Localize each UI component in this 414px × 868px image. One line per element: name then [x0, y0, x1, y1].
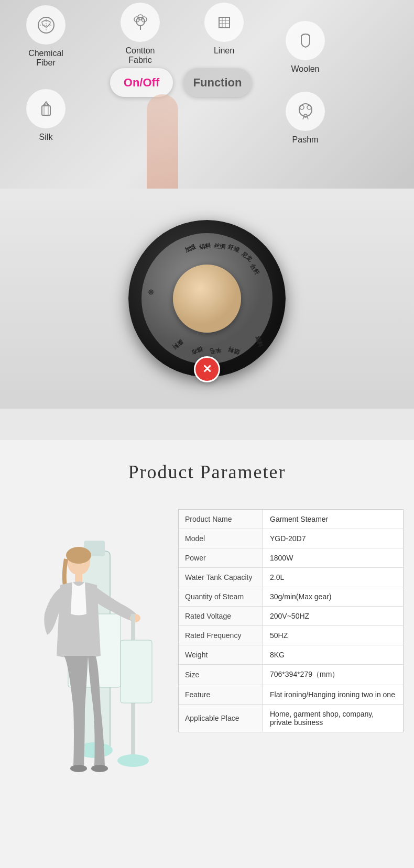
knob-label-8: 绒料	[227, 345, 241, 357]
param-val-product-name: Garment Steamer	[263, 510, 403, 529]
knob-ring: 加湿 绢料 丝绸 纤维 尼龙 合纤 涤料 绒料 羊毛 棉布 麻料 ※	[141, 233, 273, 364]
param-val-model: YGD-20D7	[263, 529, 403, 548]
fabric-item-cotton[interactable]: Contton Fabric	[121, 3, 160, 65]
svg-rect-8	[219, 17, 230, 28]
table-row: Weight 8KG	[179, 645, 403, 665]
fabric-item-silk[interactable]: Silk	[26, 89, 66, 142]
fabric-item-chemical[interactable]: Chemical Fiber	[26, 5, 66, 68]
param-key-water-tank: Water Tank Capacity	[179, 568, 263, 587]
product-section: Product Parameter	[0, 440, 414, 868]
knob-label-3: 丝绸	[213, 242, 225, 251]
table-row: Product Name Garment Steamer	[179, 510, 403, 529]
param-key-frequency: Rated Frequency	[179, 626, 263, 645]
param-val-power: 1800W	[263, 548, 403, 567]
param-key-voltage: Rated Voltage	[179, 607, 263, 625]
table-row: Power 1800W	[179, 548, 403, 568]
svg-point-35	[117, 754, 149, 767]
svg-point-28	[66, 547, 91, 564]
button-area: On/Off Function	[110, 68, 252, 97]
param-val-voltage: 200V~50HZ	[263, 607, 403, 625]
param-val-steam: 30g/min(Max gear)	[263, 587, 403, 606]
fabric-item-woolen[interactable]: Woolen	[286, 21, 325, 74]
table-row: Size 706*394*279（mm）	[179, 665, 403, 685]
param-val-size: 706*394*279（mm）	[263, 665, 403, 685]
error-x-symbol: ✕	[202, 364, 212, 375]
cotton-icon	[121, 3, 160, 42]
param-val-applicable: Home, garment shop, company, private bus…	[263, 705, 403, 732]
param-key-model: Model	[179, 529, 263, 548]
knob-label-7: 涤料	[254, 335, 264, 348]
knob-outer[interactable]: 加湿 绢料 丝绸 纤维 尼龙 合纤 涤料 绒料 羊毛 棉布 麻料 ※	[128, 220, 286, 377]
fabric-section: Chemical Fiber Contton Fabric	[0, 0, 414, 189]
knob-label-9: 羊毛	[209, 346, 221, 355]
knob-label-11: 麻料	[171, 338, 185, 351]
pashm-label: Pashm	[292, 135, 319, 145]
param-key-applicable: Applicable Place	[179, 705, 263, 732]
fabric-grid: Chemical Fiber Contton Fabric	[0, 0, 414, 189]
param-key-weight: Weight	[179, 645, 263, 664]
param-val-feature: Flat ironing/Hanging ironing two in one	[263, 685, 403, 704]
svg-point-3	[136, 17, 145, 26]
param-key-steam: Quantity of Steam	[179, 587, 263, 606]
linen-label: Linen	[214, 46, 234, 56]
svg-point-32	[91, 765, 108, 772]
knob-label-1: 加湿	[183, 243, 197, 255]
pashm-icon	[286, 92, 325, 131]
linen-icon	[204, 3, 244, 42]
table-row: Model YGD-20D7	[179, 529, 403, 548]
param-val-water-tank: 2.0L	[263, 568, 403, 587]
svg-rect-34	[121, 640, 152, 703]
function-button[interactable]: Function	[183, 68, 252, 97]
param-table: Product Name Garment Steamer Model YGD-2…	[178, 509, 404, 732]
knob-label-4: 纤维	[227, 243, 241, 255]
knob-label-2: 绢料	[199, 241, 211, 251]
woolen-label: Woolen	[291, 64, 320, 74]
onoff-button[interactable]: On/Off	[110, 68, 173, 97]
woolen-icon	[286, 21, 325, 60]
silk-label: Silk	[39, 133, 53, 142]
knob-label-5: 尼龙	[240, 250, 254, 263]
knob-label-10: 棉布	[190, 345, 204, 357]
table-row: Quantity of Steam 30g/min(Max gear)	[179, 587, 403, 607]
param-val-weight: 8KG	[263, 645, 403, 664]
table-row: Water Tank Capacity 2.0L	[179, 568, 403, 587]
param-val-frequency: 50HZ	[263, 626, 403, 645]
svg-rect-13	[42, 106, 50, 115]
knob-label-6: 合纤	[248, 262, 262, 277]
fabric-item-pashm[interactable]: Pashm	[286, 92, 325, 145]
fabric-item-linen[interactable]: Linen	[204, 3, 244, 56]
param-key-product-name: Product Name	[179, 510, 263, 529]
param-key-feature: Feature	[179, 685, 263, 704]
knob-snowflake: ※	[148, 288, 154, 296]
finger-hint	[147, 94, 178, 189]
svg-point-31	[70, 765, 87, 772]
table-row: Rated Frequency 50HZ	[179, 626, 403, 645]
knob-section: 加湿 绢料 丝绸 纤维 尼龙 合纤 涤料 绒料 羊毛 棉布 麻料 ※ ✕	[0, 189, 414, 409]
product-content: Product Name Garment Steamer Model YGD-2…	[10, 499, 404, 813]
gap-section	[0, 409, 414, 440]
silk-icon	[26, 89, 66, 128]
chemical-icon	[26, 5, 66, 45]
product-title: Product Parameter	[128, 461, 286, 483]
product-image	[10, 499, 178, 813]
error-icon[interactable]: ✕	[194, 356, 220, 382]
table-row: Feature Flat ironing/Hanging ironing two…	[179, 685, 403, 705]
table-row: Rated Voltage 200V~50HZ	[179, 607, 403, 626]
table-row: Applicable Place Home, garment shop, com…	[179, 705, 403, 732]
param-key-size: Size	[179, 665, 263, 685]
param-key-power: Power	[179, 548, 263, 567]
knob-center[interactable]	[173, 265, 241, 333]
chemical-label: Chemical Fiber	[28, 49, 63, 68]
cotton-label: Contton Fabric	[125, 46, 155, 65]
